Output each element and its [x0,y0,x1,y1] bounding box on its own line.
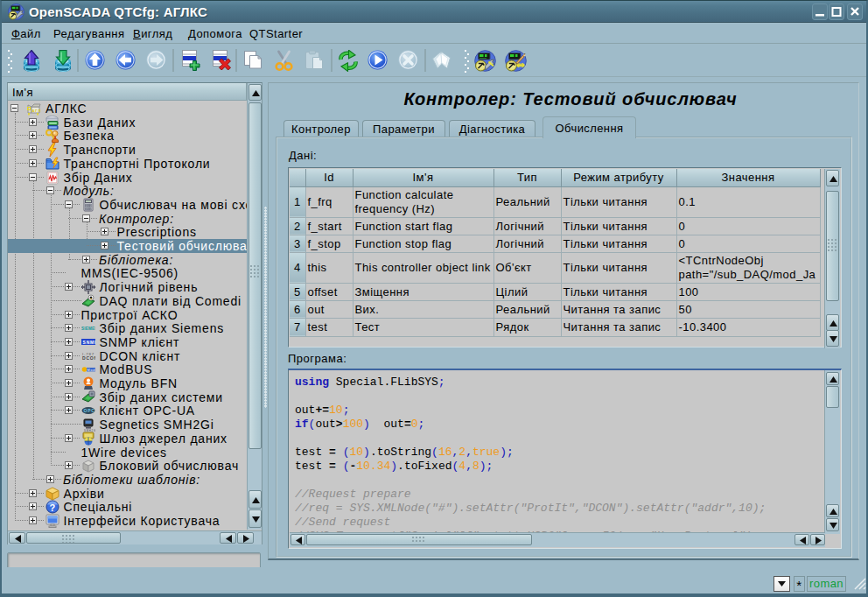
svg-text:OPC: OPC [83,408,94,413]
svg-text:ModBUS: ModBUS [87,369,95,372]
svg-text:SNMP: SNMP [82,340,95,345]
svg-text:SIEMENS: SIEMENS [81,327,95,331]
svg-text:?: ? [49,502,56,513]
svg-text:АГЛКС: АГЛКС [32,109,42,113]
svg-text:DCON: DCON [82,355,95,361]
